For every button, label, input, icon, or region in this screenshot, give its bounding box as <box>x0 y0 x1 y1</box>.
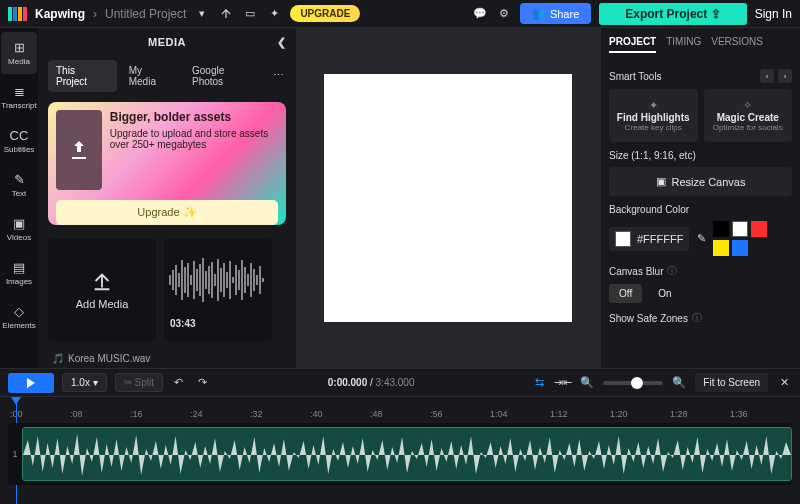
add-media-label: Add Media <box>76 298 129 310</box>
chevron-down-icon[interactable]: ▾ <box>194 6 210 22</box>
subtitles-icon: CC <box>10 128 29 143</box>
smart-title: Find Highlights <box>613 112 694 123</box>
swatch-1e75ff[interactable] <box>732 240 748 256</box>
share-icon: 👥 <box>532 7 546 20</box>
smart-tool-magic-create[interactable]: ✧Magic CreateOptimize for socials <box>704 89 793 142</box>
rail-label: Media <box>8 57 30 66</box>
rail-item-media[interactable]: ⊞Media <box>1 32 37 74</box>
upgrade-pill[interactable]: UPGRADE <box>290 5 360 22</box>
next-icon[interactable]: › <box>778 69 792 83</box>
resize-canvas-button[interactable]: ▣Resize Canvas <box>609 167 792 196</box>
rail-label: Images <box>6 277 32 286</box>
asset-duration: 03:43 <box>164 316 202 331</box>
tick: 1:28 <box>670 409 730 419</box>
blur-off[interactable]: Off <box>609 284 642 303</box>
audio-clip[interactable] <box>22 427 792 481</box>
media-tab-2[interactable]: Google Photos <box>184 60 266 92</box>
tick: :00 <box>10 409 70 419</box>
audio-file-icon: 🎵 <box>52 353 64 364</box>
trim-icon[interactable]: ⇥⇤ <box>555 375 571 391</box>
playback-rate[interactable]: 1.0x ▾ <box>62 373 107 392</box>
export-button[interactable]: Export Project ⇪ <box>599 3 746 25</box>
resize-label: Resize Canvas <box>672 176 746 188</box>
sign-in-link[interactable]: Sign In <box>755 7 792 21</box>
right-tabs: PROJECTTIMINGVERSIONS <box>609 28 792 61</box>
blur-on[interactable]: On <box>648 284 681 303</box>
swatch-ffffff[interactable] <box>732 221 748 237</box>
close-icon[interactable]: ✕ <box>776 375 792 391</box>
right-tab-timing[interactable]: TIMING <box>666 36 701 53</box>
rate-value: 1.0x <box>71 377 90 388</box>
upload-icon[interactable] <box>218 6 234 22</box>
right-tab-project[interactable]: PROJECT <box>609 36 656 53</box>
prev-icon[interactable]: ‹ <box>760 69 774 83</box>
audio-asset-card[interactable]: 03:43 <box>164 239 272 341</box>
asset-filename-row: 🎵 Korea MUSIC.wav <box>38 349 296 368</box>
redo-icon[interactable]: ↷ <box>195 375 211 391</box>
ruler[interactable]: :00:08:16:24:32:40:48:561:041:121:201:28… <box>0 397 800 419</box>
timeline: 1.0x ▾ ✂ Split ↶ ↷ 0:00.000 / 3:43.000 ⇆… <box>0 368 800 504</box>
right-tab-versions[interactable]: VERSIONS <box>711 36 763 53</box>
upgrade-button[interactable]: Upgrade ✨ <box>56 200 278 225</box>
blur-toggle: Off On <box>609 284 792 303</box>
eyedropper-icon[interactable]: ✎ <box>693 231 709 247</box>
fit-button[interactable]: Fit to Screen <box>695 373 768 392</box>
media-icon: ⊞ <box>14 40 25 55</box>
undo-icon[interactable]: ↶ <box>171 375 187 391</box>
rail-item-images[interactable]: ▤Images <box>1 252 37 294</box>
zoom-out-icon[interactable]: 🔍 <box>579 375 595 391</box>
export-label: Export Project <box>625 7 707 21</box>
blur-label: Canvas Blur ⓘ <box>609 264 792 278</box>
swatch-ff2d2d[interactable] <box>751 221 767 237</box>
smart-tools-header: Smart Tools ‹› <box>609 69 792 83</box>
rail-item-subtitles[interactable]: CCSubtitles <box>1 120 37 162</box>
media-tab-0[interactable]: This Project <box>48 60 117 92</box>
lightbulb-icon[interactable]: ✦ <box>266 6 282 22</box>
share-label: Share <box>550 8 579 20</box>
smart-tool-find-highlights[interactable]: ✦Find HighlightsCreate key clips <box>609 89 698 142</box>
tick: 1:12 <box>550 409 610 419</box>
size-label: Size (1:1, 9:16, etc) <box>609 150 792 161</box>
hex-swatch <box>615 231 631 247</box>
zoom-in-icon[interactable]: 🔍 <box>671 375 687 391</box>
info-icon[interactable]: ⓘ <box>692 311 702 325</box>
time-total: 3:43.000 <box>376 377 415 388</box>
smart-sub: Create key clips <box>613 123 694 132</box>
rail-label: Elements <box>2 321 35 330</box>
gear-icon[interactable]: ⚙ <box>496 6 512 22</box>
transcript-icon: ≣ <box>14 84 25 99</box>
hex-input[interactable]: #FFFFFF <box>609 227 689 251</box>
share-button[interactable]: 👥Share <box>520 3 591 24</box>
project-name[interactable]: Untitled Project <box>105 7 186 21</box>
media-tab-1[interactable]: My Media <box>121 60 180 92</box>
canvas[interactable] <box>324 74 572 322</box>
asset-filename: Korea MUSIC.wav <box>68 353 150 364</box>
swatch-ffe600[interactable] <box>713 240 729 256</box>
upgrade-promo: Bigger, bolder assets Upgrade to upload … <box>48 102 286 225</box>
tick: :40 <box>310 409 370 419</box>
snap-icon[interactable]: ⇆ <box>531 375 547 391</box>
smart-sub: Optimize for socials <box>708 123 789 132</box>
rail-item-text[interactable]: ✎Text <box>1 164 37 206</box>
comment-icon[interactable]: 💬 <box>472 6 488 22</box>
rail-item-elements[interactable]: ◇Elements <box>1 296 37 338</box>
breadcrumb-sep: › <box>93 7 97 21</box>
rail-item-transcript[interactable]: ≣Transcript <box>1 76 37 118</box>
zoom-slider[interactable] <box>603 381 663 385</box>
rail-item-videos[interactable]: ▣Videos <box>1 208 37 250</box>
swatch-000000[interactable] <box>713 221 729 237</box>
panel-header: MEDIA ❮ <box>38 28 296 56</box>
add-media-card[interactable]: Add Media <box>48 239 156 341</box>
info-icon[interactable]: ⓘ <box>667 264 677 278</box>
safe-zones-label: Show Safe Zones ⓘ <box>609 311 792 325</box>
rail-label: Transcript <box>1 101 36 110</box>
images-icon: ▤ <box>13 260 25 275</box>
play-button[interactable] <box>8 373 54 393</box>
videos-icon: ▣ <box>13 216 25 231</box>
tick: :56 <box>430 409 490 419</box>
more-icon[interactable]: ⋯ <box>270 68 286 84</box>
notes-icon[interactable]: ▭ <box>242 6 258 22</box>
split-button[interactable]: ✂ Split <box>115 373 163 392</box>
collapse-icon[interactable]: ❮ <box>274 34 290 50</box>
rail-label: Text <box>12 189 27 198</box>
